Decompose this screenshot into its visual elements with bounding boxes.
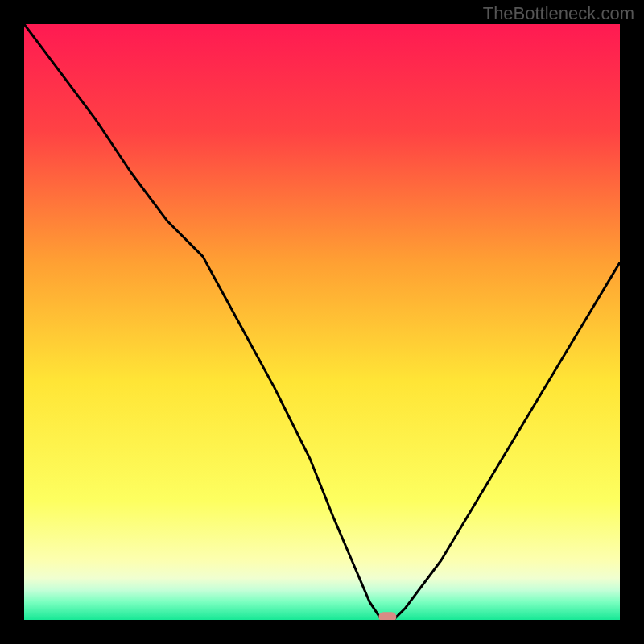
bottleneck-chart [24, 24, 620, 620]
optimal-marker [378, 612, 396, 620]
gradient-background [24, 24, 620, 620]
watermark-text: TheBottleneck.com [483, 3, 634, 24]
chart-svg [24, 24, 620, 620]
